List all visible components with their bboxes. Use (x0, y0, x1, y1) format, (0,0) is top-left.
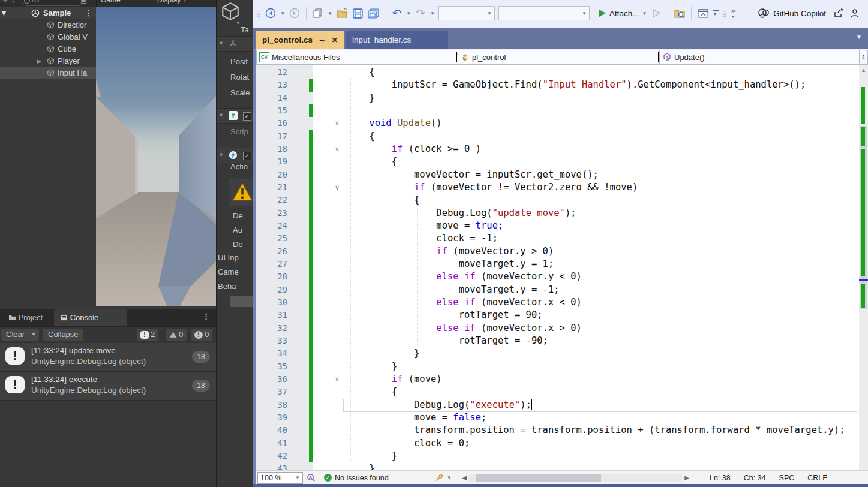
attach-button[interactable]: Attach... ▼ (598, 9, 647, 18)
code-line[interactable]: 40 transform.position = transform.positi… (256, 424, 859, 437)
horizontal-scrollbar[interactable] (469, 474, 682, 482)
member-combo[interactable]: Update() ▼ (659, 50, 865, 65)
hscroll-right-icon[interactable]: ▶ (684, 474, 689, 481)
line-indicator[interactable]: Ln: 38 (710, 474, 731, 482)
save-icon[interactable] (352, 7, 364, 19)
code-line[interactable]: 35 } (256, 360, 859, 373)
expand-triangle-icon[interactable]: ▶ (37, 55, 41, 67)
script-header[interactable]: ▼ # ✓ (217, 108, 253, 124)
type-combo[interactable]: pl_control ▼ (458, 50, 662, 65)
feedback-person-icon[interactable] (849, 7, 861, 19)
new-file-icon[interactable] (312, 7, 324, 19)
redo-icon[interactable]: ↷ (415, 7, 427, 19)
save-all-icon[interactable] (367, 7, 379, 19)
hierarchy-scene-row[interactable]: ▼ Sample ⋮ (0, 7, 96, 19)
code-line[interactable]: 34 } (256, 347, 859, 360)
undo-caret-icon[interactable]: ▼ (406, 11, 411, 16)
scene-kebab-icon[interactable]: ⋮ (85, 7, 92, 19)
code-line[interactable]: 23 Debug.Log("update move"); (256, 207, 859, 220)
fold-triangle-icon[interactable]: ▼ (218, 40, 224, 46)
log-count-chip[interactable]: !2 (137, 329, 158, 341)
tab-input-handler[interactable]: input_handler.cs (346, 31, 448, 49)
project-combo[interactable]: C# Miscellaneous Files ▼ (256, 50, 460, 65)
code-line[interactable]: 42 } (256, 450, 859, 462)
warning-count-chip[interactable]: 0 (166, 329, 187, 341)
space-indicator[interactable]: SPC (779, 474, 795, 482)
tab-pl-control[interactable]: pl_control.cs ⊸ ✕ (256, 31, 344, 49)
transform-header[interactable]: ▼ (217, 36, 253, 52)
display-selector[interactable]: Display 1 (157, 0, 187, 4)
code-line[interactable]: 31 rotTarget = 90; (256, 309, 859, 321)
inspector-field-box[interactable] (230, 296, 253, 307)
gameobject-cube-icon[interactable] (220, 1, 241, 22)
code-analysis-icon[interactable] (307, 473, 316, 482)
fold-chevron-icon[interactable]: ∨ (333, 117, 341, 130)
code-line[interactable]: 36∨ if (move) (256, 373, 859, 386)
actions-warning-box[interactable] (230, 179, 253, 206)
back-caret-icon[interactable]: ▼ (280, 11, 285, 16)
code-line[interactable]: 24 move = true; (256, 220, 859, 232)
fold-chevron-icon[interactable]: ∨ (333, 181, 341, 194)
clear-button[interactable]: Clear (1, 329, 29, 341)
hierarchy-item[interactable]: Global V (0, 31, 96, 43)
configuration-combo[interactable]: ▼ (438, 6, 495, 20)
code-line[interactable]: 16∨ void Update() (256, 117, 859, 130)
window-list-icon[interactable]: ≫▼ (731, 8, 736, 19)
hscroll-left-icon[interactable]: ◀ (462, 474, 467, 481)
console-log-entry[interactable]: ![11:33:24] update moveUnityEngine.Debug… (0, 343, 216, 372)
fold-chevron-icon[interactable]: ∨ (333, 373, 341, 386)
code-line[interactable]: 32 else if (moveVector.x > 0) (256, 322, 859, 335)
code-line[interactable]: 41 clock = 0; (256, 437, 859, 450)
start-without-debug-icon[interactable] (650, 7, 662, 19)
fold-triangle-icon[interactable]: ▼ (218, 112, 224, 118)
game-viewport[interactable] (96, 7, 216, 306)
solution-explorer-icon[interactable] (697, 7, 709, 19)
code-line[interactable]: 26 if (moveVector.y > 0) (256, 245, 859, 258)
code-line[interactable]: 37 { (256, 386, 859, 398)
code-line[interactable]: 21∨ if (moveVector != Vector2.zero && !m… (256, 181, 859, 194)
collapse-button[interactable]: Collapse (43, 329, 83, 341)
code-line[interactable]: 43 } (256, 462, 859, 470)
code-cleanup-button[interactable]: ▼ (435, 473, 452, 482)
tab-console[interactable]: Console (54, 309, 127, 326)
platform-combo[interactable]: ▼ (498, 6, 590, 20)
fold-triangle-icon[interactable]: ▼ (218, 152, 224, 158)
toolbar-drag-handle[interactable]: ⣿ (256, 10, 261, 17)
code-line[interactable]: 27 moveTarget.y = 1; (256, 258, 859, 270)
component-enabled-checkbox[interactable]: ✓ (243, 112, 251, 121)
game-tab[interactable]: Game (101, 0, 121, 4)
share-icon[interactable] (833, 7, 845, 19)
hierarchy-item[interactable]: Directior (0, 19, 96, 31)
tab-overflow-caret-icon[interactable]: ▼ (856, 34, 862, 40)
console-log-entry[interactable]: ![11:33:24] executeUnityEngine.Debug:Log… (0, 372, 216, 401)
hierarchy-item[interactable]: Cube (0, 43, 96, 55)
code-line[interactable]: 12 { (256, 66, 859, 79)
component-enabled-checkbox[interactable]: ✓ (243, 152, 251, 160)
column-indicator[interactable]: Ch: 34 (744, 474, 766, 482)
navigate-back-icon[interactable] (265, 7, 277, 19)
code-editor[interactable]: 12 {13 inputScr = GameObject.Find("Input… (256, 65, 859, 470)
code-line[interactable]: 17 { (256, 130, 859, 143)
hierarchy-search-input[interactable]: All (22, 0, 83, 6)
code-line[interactable]: 30 else if (moveVector.x < 0) (256, 296, 859, 309)
scroll-up-icon[interactable]: ▲ (861, 67, 866, 73)
collapse-triangle-icon[interactable]: ▼ (0, 8, 8, 17)
code-line[interactable]: 18∨ if (clock >= 0 ) (256, 143, 859, 155)
code-line[interactable]: 29 moveTarget.y = -1; (256, 284, 859, 296)
pin-icon[interactable]: ⊸ (320, 37, 325, 44)
close-icon[interactable]: ✕ (332, 36, 338, 44)
code-line[interactable]: 15 (256, 104, 859, 117)
undo-icon[interactable]: ↶ (391, 7, 403, 19)
vertical-scrollbar[interactable]: ▲ (859, 65, 868, 470)
new-file-caret-icon[interactable]: ▼ (328, 11, 332, 16)
open-folder-icon[interactable] (336, 7, 348, 19)
tab-project[interactable]: Project (2, 309, 49, 326)
redo-caret-icon[interactable]: ▼ (430, 11, 435, 16)
zoom-selector[interactable]: 100 %▼ (257, 472, 303, 484)
code-line[interactable]: 20 moveVector = inputScr.get_move(); (256, 169, 859, 181)
move-tool-icon[interactable]: ✛ (2, 0, 8, 4)
tool-caret-icon[interactable]: ▾ (12, 0, 14, 4)
document-health-indicator[interactable]: ✓ No issues found (324, 474, 389, 482)
code-line[interactable]: 39 move = false; (256, 411, 859, 424)
code-line[interactable]: 19 { (256, 155, 859, 168)
